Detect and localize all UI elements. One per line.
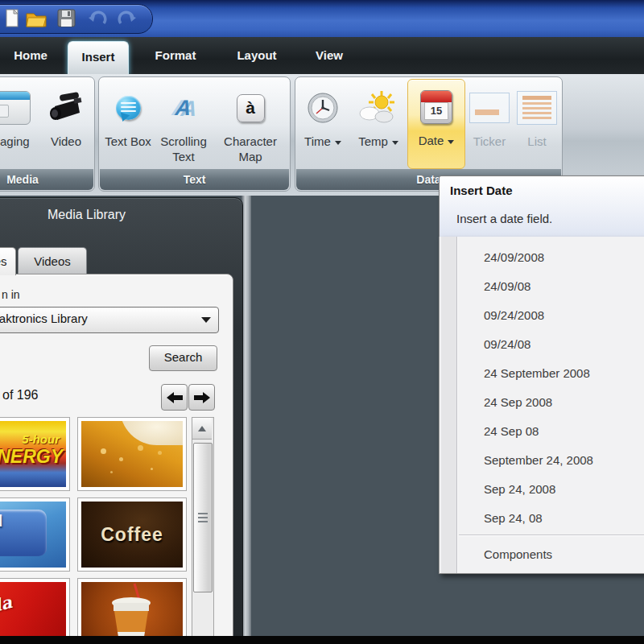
time-label: Time [304,134,331,148]
tab-images[interactable]: Images [0,247,16,275]
scrolling-text-icon: A [152,82,215,134]
imaging-button[interactable]: Imaging [0,80,41,166]
save-icon[interactable] [56,8,77,29]
time-dropdown-arrow[interactable] [335,141,341,145]
ribbon-group-media: Imaging Video Media [0,76,95,192]
list-button: List [514,80,559,166]
thumbnail-coffee[interactable]: Coffee [77,497,187,572]
thumbnail-beverage-cup[interactable] [77,578,187,644]
tab-layout[interactable]: Layout [229,37,285,74]
tooltip-description: Insert a date field. [456,212,552,225]
video-button[interactable]: Video [41,80,91,166]
menu-item-date-format[interactable]: 09/24/08 [440,330,644,359]
ticker-icon [466,82,513,134]
text-group-label: Text [100,169,289,190]
new-document-icon[interactable] [2,8,23,29]
date-dropdown-arrow[interactable] [448,140,454,144]
bottom-black-bar [0,636,644,644]
thumbnail-five-hour-energy[interactable]: 5-hour ENERGY [0,417,70,491]
thumbnail-beer[interactable] [77,417,187,491]
tab-format[interactable]: Format [147,37,204,74]
tooltip-title: Insert Date [450,184,513,197]
menu-item-date-format[interactable]: 24 Sep 08 [440,417,644,446]
ribbon-group-text: Text Box A Scrolling Text à Character Ma… [98,76,291,192]
thumbnail-bottled-water[interactable]: Bottled Water [0,497,70,572]
menu-item-date-format[interactable]: 24/09/2008 [440,243,644,272]
undo-icon[interactable] [87,8,108,29]
date-button[interactable]: 15 Date [407,79,465,169]
date-format-menu: 24/09/2008 24/09/08 09/24/2008 09/24/08 … [439,237,644,574]
character-map-icon: à [215,82,286,134]
ribbon-group-data: Time Temp 15 Date [295,76,563,192]
time-button[interactable]: Time [297,80,349,166]
text-box-icon [104,82,152,134]
previous-page-button[interactable] [161,384,188,411]
temp-dropdown-arrow[interactable] [392,141,398,145]
open-folder-icon[interactable] [25,8,46,29]
menu-item-date-format[interactable]: 24 September 2008 [440,359,644,388]
menu-item-date-format[interactable]: September 24, 2008 [440,446,644,475]
scrollbar-thumb[interactable] [193,443,213,592]
clock-icon [297,82,349,134]
menu-item-components[interactable]: Components [440,540,644,569]
date-label: Date [419,134,444,147]
thumbnail-scrollbar[interactable] [192,417,214,638]
tab-view[interactable]: View [308,37,351,74]
insert-date-tooltip: Insert Date Insert a date field. [439,175,644,239]
menu-item-date-format[interactable]: 09/24/2008 [440,301,644,330]
imaging-label: Imaging [0,134,41,149]
look-in-label: n in [2,288,20,301]
scrolling-text-label: Scrolling Text [152,134,215,164]
temp-button[interactable]: Temp [350,80,407,166]
tab-videos[interactable]: Videos [18,247,87,275]
character-map-label: Character Map [215,134,286,164]
ticker-label: Ticker [466,134,513,149]
character-map-button[interactable]: à Character Map [215,80,286,166]
right-arrow-icon [192,390,212,406]
pagination-text: of 196 [2,388,38,402]
calendar-icon: 15 [408,81,464,133]
scrolling-text-button[interactable]: A Scrolling Text [152,80,215,166]
list-label: List [514,134,559,149]
redo-icon[interactable] [117,8,138,29]
menu-separator [459,535,644,535]
temp-label: Temp [358,134,388,148]
sun-cloud-icon [350,82,407,134]
cup-graphic [81,582,181,644]
menu-item-date-format[interactable]: Sep 24, 2008 [440,475,644,504]
combo-dropdown-arrow[interactable] [201,317,211,323]
ticker-button: Ticker [466,80,513,166]
menu-item-date-format[interactable]: Sep 24, 08 [440,504,644,533]
menu-item-date-format[interactable]: 24/09/08 [440,272,644,301]
video-label: Video [41,134,91,149]
menu-item-date-format[interactable]: 24 Sep 2008 [440,388,644,417]
left-arrow-icon [165,390,184,406]
application-window: Home Insert Format Layout View Imaging [0,0,644,644]
media-group-label: Media [0,169,93,190]
title-bar [0,0,644,37]
scrollbar-up-button[interactable] [192,418,212,440]
tab-home[interactable]: Home [3,37,58,74]
text-box-button[interactable]: Text Box [104,80,152,166]
thumbnail-coca-cola[interactable]: Coca-Cola [0,578,70,644]
text-box-label: Text Box [104,134,152,149]
tab-insert[interactable]: Insert [68,41,129,75]
imaging-icon [0,82,41,134]
next-page-button[interactable] [188,384,215,411]
search-button[interactable]: Search [149,345,217,371]
library-select-value: Daktronics Library [0,312,88,325]
video-camera-icon [41,82,91,134]
media-library-title: Media Library [0,208,242,222]
list-icon [514,82,559,134]
